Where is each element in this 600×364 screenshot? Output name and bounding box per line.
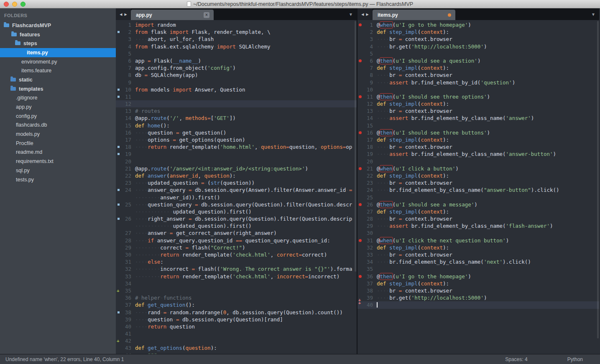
code-line[interactable]: 7app.config.from_object('config') bbox=[116, 64, 357, 71]
sidebar-item-gitignore[interactable]: .gitignore bbox=[0, 94, 116, 103]
tab-items-py[interactable]: items.py bbox=[373, 10, 455, 20]
zoom-window-icon[interactable] bbox=[20, 2, 26, 7]
code-line[interactable]: +42 bbox=[116, 337, 357, 344]
code-line[interactable]: 10from·models·import·Answer,·Question bbox=[116, 86, 357, 93]
code-line[interactable]: 30········return·render_template('check.… bbox=[116, 251, 357, 258]
code-line[interactable]: 17····options·=·get_options(question) bbox=[116, 136, 357, 143]
code-line[interactable]: 37def·get_question(): bbox=[116, 301, 357, 308]
sidebar-item-app-py[interactable]: app.py bbox=[0, 102, 116, 112]
indent-setting[interactable]: Spaces: 4 bbox=[505, 356, 527, 362]
sidebar-item-procfile[interactable]: Procfile bbox=[0, 139, 116, 148]
sidebar-item-items-feature[interactable]: items.feature bbox=[0, 66, 116, 75]
code-line[interactable]: 9····assert·br.find_element_by_id('quest… bbox=[357, 79, 599, 86]
sidebar-item-sql-py[interactable]: sql.py bbox=[0, 166, 116, 175]
syntax-selector[interactable]: Python bbox=[567, 356, 583, 362]
code-line[interactable]: 19 bbox=[116, 150, 357, 158]
code-line[interactable]: 7def·step_impl(context): bbox=[357, 64, 599, 71]
code-line[interactable]: 13····br·=·context.browser bbox=[357, 107, 599, 115]
tab-next-icon[interactable]: ▶ bbox=[366, 13, 369, 16]
code-line[interactable]: 25····question_query·=·db.session.query(… bbox=[116, 201, 357, 208]
tab-prev-icon[interactable]: ◀ bbox=[361, 13, 364, 16]
code-line[interactable]: 13#·routes bbox=[116, 107, 357, 115]
code-line[interactable]: 34····br.find_element_by_class_name('nex… bbox=[357, 258, 599, 265]
sidebar-item-flashcards-db[interactable]: flashcards.db bbox=[0, 121, 116, 130]
code-line[interactable]: 20 bbox=[116, 158, 357, 165]
code-line[interactable]: 44····""" bbox=[116, 352, 357, 354]
code-line[interactable]: 2def·step_impl(context): bbox=[357, 28, 599, 36]
code-line[interactable]: 27def·step_impl(context): bbox=[357, 208, 599, 215]
code-line[interactable]: 12def·step_impl(context): bbox=[357, 100, 599, 107]
code-line[interactable]: 9 bbox=[116, 79, 357, 86]
code-line[interactable]: 32def·step_impl(context): bbox=[357, 244, 599, 251]
code-line[interactable]: 8····br·=·context.browser bbox=[357, 71, 599, 79]
code-line[interactable]: 22def·answer(answer_id,·question): bbox=[116, 172, 357, 179]
minimize-window-icon[interactable] bbox=[12, 2, 17, 7]
code-line[interactable]: 24····answer_query·=·db.session.query(An… bbox=[116, 186, 357, 193]
tab-overflow-dropdown-icon[interactable]: ▼ bbox=[345, 8, 357, 20]
code-line[interactable]: 14@app.route('/',·methods=['GET']) bbox=[116, 115, 357, 122]
sidebar-item-items-py[interactable]: items.py bbox=[0, 48, 116, 57]
sidebar-item-requirements-txt[interactable]: requirements.txt bbox=[0, 157, 116, 166]
code-line[interactable]: 35 bbox=[357, 265, 599, 272]
code-line[interactable]: 22def·step_impl(context): bbox=[357, 172, 599, 179]
code-line[interactable]: 23····updated_question·=·(str(question)) bbox=[116, 179, 357, 186]
code-line[interactable]: 6app·=·Flask(__name__) bbox=[116, 57, 357, 64]
code-line[interactable]: 31@when(u'I·click·the·next·question·butt… bbox=[357, 237, 599, 244]
code-line[interactable]: 21@app.route('/answer/<int:answer_id>/<s… bbox=[116, 165, 357, 172]
code-line[interactable]: 21@when(u'I·click·a·button') bbox=[357, 165, 599, 172]
sidebar-item-features[interactable]: features bbox=[0, 30, 116, 39]
code-line[interactable]: 23····br·=·context.browser bbox=[357, 179, 599, 186]
code-line[interactable]: 36@then(u'I·go·to·the·homepage') bbox=[357, 273, 599, 280]
code-line[interactable]: 18····br·=·context.browser bbox=[357, 143, 599, 150]
code-line[interactable]: 5 bbox=[357, 50, 599, 57]
code-line[interactable]: 1@when(u'I·go·to·the·homepage') bbox=[357, 21, 599, 28]
sidebar-item-config-py[interactable]: config.py bbox=[0, 112, 116, 121]
tab-nav-arrows[interactable]: ◀ ▶ bbox=[116, 8, 131, 20]
code-line[interactable]: +35 bbox=[116, 287, 357, 294]
code-line[interactable]: 1import·random bbox=[116, 21, 357, 28]
code-line[interactable]: 39····br.get('http://localhost:5000') bbox=[357, 294, 599, 301]
sidebar-item-environment-py[interactable]: environment.py bbox=[0, 57, 116, 66]
code-line[interactable]: 31····else: bbox=[116, 258, 357, 265]
code-line[interactable]: 29········correct·=·flash("Correct!") bbox=[116, 244, 357, 251]
code-line[interactable]: 28····if·answer_query.question_id·==·que… bbox=[116, 237, 357, 244]
tab-close-icon[interactable]: × bbox=[204, 12, 209, 18]
sidebar-item-steps[interactable]: steps bbox=[0, 39, 116, 48]
code-line[interactable]: 10 bbox=[357, 86, 599, 93]
code-line[interactable]: 34 bbox=[116, 280, 357, 287]
code-line[interactable]: 28····br·=·context.browser bbox=[357, 215, 599, 222]
code-line[interactable]: 39····question·=·db.session.query(Questi… bbox=[116, 316, 357, 323]
code-line[interactable]: 11 bbox=[116, 93, 357, 100]
code-line[interactable]: 25 bbox=[357, 194, 599, 201]
code-line[interactable]: 27····answer·=·get_correct_answer(right_… bbox=[116, 229, 357, 237]
code-line[interactable]: 14····assert·br.find_element_by_class_na… bbox=[357, 115, 599, 122]
code-line[interactable]: 38····br·=·context.browser bbox=[357, 287, 599, 294]
code-line[interactable]: 11@then(u'I·should·see·three·options') bbox=[357, 93, 599, 100]
code-line[interactable]: 26@then(u'I·should·see·a·message') bbox=[357, 201, 599, 208]
code-line[interactable]: 38····rand·=·random.randrange(0,·db.sess… bbox=[116, 309, 357, 316]
code-line[interactable]: 2from·flask·import·Flask,·render_templat… bbox=[116, 28, 357, 36]
code-line[interactable]: + +40 bbox=[357, 301, 599, 308]
code-line[interactable]: 19····assert·br.find_element_by_class_na… bbox=[357, 150, 599, 158]
code-line[interactable]: 20 bbox=[357, 158, 599, 165]
code-line[interactable]: 4from·flask.ext.sqlalchemy·import·SQLAlc… bbox=[116, 43, 357, 50]
code-line[interactable]: 26····right_answer·=·db.session.query(Qu… bbox=[116, 215, 357, 222]
code-line[interactable]: 8db·=·SQLAlchemy(app) bbox=[116, 71, 357, 79]
code-line[interactable]: 5 bbox=[116, 50, 357, 57]
code-view-items-py[interactable]: 1@when(u'I·go·to·the·homepage')2def·step… bbox=[357, 20, 599, 354]
code-line[interactable]: 16@then(u'I·should·see·three·buttons') bbox=[357, 129, 599, 136]
vertical-scrollbar[interactable] bbox=[355, 21, 356, 272]
tab-next-icon[interactable]: ▶ bbox=[125, 13, 127, 16]
sidebar-item-models-py[interactable]: models.py bbox=[0, 130, 116, 139]
code-line[interactable]: 12 bbox=[116, 100, 357, 107]
sidebar-item-static[interactable]: static bbox=[0, 75, 116, 84]
code-line[interactable]: 41 bbox=[116, 330, 357, 337]
code-view-app-py[interactable]: 1import·random2from·flask·import·Flask,·… bbox=[116, 20, 357, 354]
tab-app-py[interactable]: app.py × bbox=[131, 10, 214, 20]
code-line[interactable]: 18····return·render_template('home.html'… bbox=[116, 143, 357, 150]
code-line[interactable]: ············updated_question).first() bbox=[116, 208, 357, 215]
sidebar-item-templates[interactable]: templates bbox=[0, 84, 116, 94]
code-line[interactable]: 36#·helper·functions bbox=[116, 294, 357, 301]
code-line[interactable]: 24····br.find_element_by_class_name("ans… bbox=[357, 186, 599, 193]
code-line[interactable]: 3····abort,·url_for,·flash bbox=[116, 36, 357, 43]
